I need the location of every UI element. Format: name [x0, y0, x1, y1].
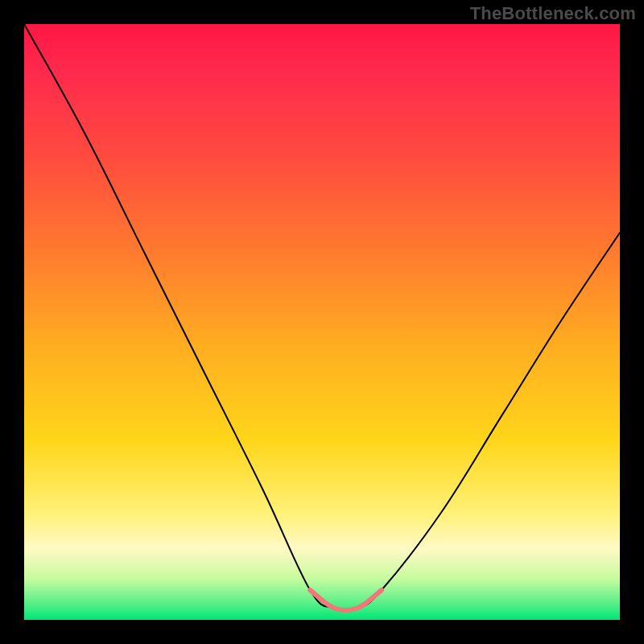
chart-frame: TheBottleneck.com	[0, 0, 644, 644]
curve-svg	[24, 24, 620, 620]
watermark-text: TheBottleneck.com	[470, 3, 636, 24]
flat-bottom-marker	[310, 590, 382, 610]
plot-area	[24, 24, 620, 620]
bottleneck-curve-path	[24, 24, 620, 610]
